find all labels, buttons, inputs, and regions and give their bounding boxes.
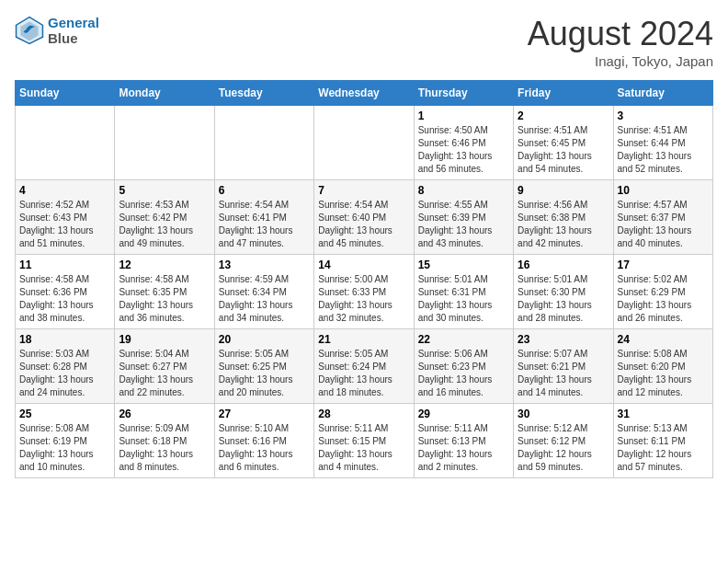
- weekday-header: Monday: [115, 81, 214, 106]
- day-number: 15: [418, 259, 509, 271]
- calendar-day-cell: 15Sunrise: 5:01 AM Sunset: 6:31 PM Dayli…: [414, 255, 513, 329]
- day-number: 18: [19, 333, 110, 346]
- day-number: 7: [318, 184, 409, 197]
- month-title: August 2024: [528, 15, 713, 53]
- day-info: Sunrise: 4:54 AM Sunset: 6:41 PM Dayligh…: [219, 199, 310, 250]
- day-number: 14: [318, 259, 409, 271]
- calendar-day-cell: [314, 106, 414, 180]
- day-info: Sunrise: 5:01 AM Sunset: 6:30 PM Dayligh…: [518, 273, 609, 325]
- calendar-day-cell: 12Sunrise: 4:58 AM Sunset: 6:35 PM Dayli…: [115, 255, 214, 329]
- day-info: Sunrise: 5:07 AM Sunset: 6:21 PM Dayligh…: [518, 348, 609, 399]
- day-number: 31: [618, 408, 709, 420]
- calendar-day-cell: 22Sunrise: 5:06 AM Sunset: 6:23 PM Dayli…: [414, 329, 513, 404]
- day-number: 23: [518, 333, 609, 346]
- day-number: 3: [618, 109, 709, 122]
- day-number: 24: [618, 333, 709, 346]
- calendar-day-cell: 10Sunrise: 4:57 AM Sunset: 6:37 PM Dayli…: [613, 180, 712, 255]
- day-number: 16: [518, 259, 609, 271]
- day-info: Sunrise: 5:00 AM Sunset: 6:33 PM Dayligh…: [318, 273, 409, 325]
- day-info: Sunrise: 5:06 AM Sunset: 6:23 PM Dayligh…: [418, 348, 509, 399]
- calendar-day-cell: 3Sunrise: 4:51 AM Sunset: 6:44 PM Daylig…: [613, 106, 712, 180]
- day-info: Sunrise: 5:04 AM Sunset: 6:27 PM Dayligh…: [119, 348, 210, 399]
- calendar-day-cell: [115, 106, 214, 180]
- title-block: August 2024 Inagi, Tokyo, Japan: [528, 15, 713, 69]
- day-info: Sunrise: 5:13 AM Sunset: 6:11 PM Dayligh…: [618, 422, 709, 474]
- calendar-day-cell: 2Sunrise: 4:51 AM Sunset: 6:45 PM Daylig…: [514, 106, 613, 180]
- calendar-day-cell: 24Sunrise: 5:08 AM Sunset: 6:20 PM Dayli…: [613, 329, 712, 404]
- day-number: 29: [418, 408, 509, 420]
- day-info: Sunrise: 4:51 AM Sunset: 6:44 PM Dayligh…: [618, 124, 709, 176]
- calendar-day-cell: 27Sunrise: 5:10 AM Sunset: 6:16 PM Dayli…: [214, 404, 313, 478]
- day-info: Sunrise: 5:11 AM Sunset: 6:15 PM Dayligh…: [318, 422, 409, 474]
- day-number: 22: [418, 333, 509, 346]
- calendar-day-cell: [16, 106, 115, 180]
- day-info: Sunrise: 4:51 AM Sunset: 6:45 PM Dayligh…: [518, 124, 609, 176]
- day-number: 6: [219, 184, 310, 197]
- calendar-day-cell: 9Sunrise: 4:56 AM Sunset: 6:38 PM Daylig…: [514, 180, 613, 255]
- location: Inagi, Tokyo, Japan: [528, 53, 713, 69]
- day-number: 4: [19, 184, 110, 197]
- day-number: 12: [119, 259, 210, 271]
- calendar-week-row: 25Sunrise: 5:08 AM Sunset: 6:19 PM Dayli…: [16, 404, 713, 478]
- calendar-table: SundayMondayTuesdayWednesdayThursdayFrid…: [15, 80, 713, 478]
- calendar-day-cell: 28Sunrise: 5:11 AM Sunset: 6:15 PM Dayli…: [314, 404, 414, 478]
- calendar-day-cell: 30Sunrise: 5:12 AM Sunset: 6:12 PM Dayli…: [514, 404, 613, 478]
- calendar-day-cell: 13Sunrise: 4:59 AM Sunset: 6:34 PM Dayli…: [214, 255, 313, 329]
- weekday-header: Friday: [514, 81, 613, 106]
- calendar-day-cell: 5Sunrise: 4:53 AM Sunset: 6:42 PM Daylig…: [115, 180, 214, 255]
- calendar-day-cell: 16Sunrise: 5:01 AM Sunset: 6:30 PM Dayli…: [514, 255, 613, 329]
- day-number: 26: [119, 408, 210, 420]
- calendar-week-row: 4Sunrise: 4:52 AM Sunset: 6:43 PM Daylig…: [16, 180, 713, 255]
- day-info: Sunrise: 4:59 AM Sunset: 6:34 PM Dayligh…: [219, 273, 310, 325]
- day-info: Sunrise: 5:10 AM Sunset: 6:16 PM Dayligh…: [219, 422, 310, 474]
- calendar-day-cell: 18Sunrise: 5:03 AM Sunset: 6:28 PM Dayli…: [16, 329, 115, 404]
- day-info: Sunrise: 4:55 AM Sunset: 6:39 PM Dayligh…: [418, 199, 509, 250]
- calendar-day-cell: 6Sunrise: 4:54 AM Sunset: 6:41 PM Daylig…: [214, 180, 313, 255]
- day-number: 5: [119, 184, 210, 197]
- day-info: Sunrise: 5:05 AM Sunset: 6:25 PM Dayligh…: [219, 348, 310, 399]
- day-info: Sunrise: 4:58 AM Sunset: 6:36 PM Dayligh…: [19, 273, 110, 325]
- calendar-day-cell: 7Sunrise: 4:54 AM Sunset: 6:40 PM Daylig…: [314, 180, 414, 255]
- calendar-day-cell: 26Sunrise: 5:09 AM Sunset: 6:18 PM Dayli…: [115, 404, 214, 478]
- calendar-day-cell: 29Sunrise: 5:11 AM Sunset: 6:13 PM Dayli…: [414, 404, 513, 478]
- weekday-header-row: SundayMondayTuesdayWednesdayThursdayFrid…: [16, 81, 713, 106]
- calendar-day-cell: 19Sunrise: 5:04 AM Sunset: 6:27 PM Dayli…: [115, 329, 214, 404]
- day-info: Sunrise: 5:11 AM Sunset: 6:13 PM Dayligh…: [418, 422, 509, 474]
- day-number: 20: [219, 333, 310, 346]
- day-number: 17: [618, 259, 709, 271]
- calendar-day-cell: 1Sunrise: 4:50 AM Sunset: 6:46 PM Daylig…: [414, 106, 513, 180]
- weekday-header: Tuesday: [214, 81, 313, 106]
- logo-icon: [15, 16, 44, 45]
- calendar-day-cell: 8Sunrise: 4:55 AM Sunset: 6:39 PM Daylig…: [414, 180, 513, 255]
- day-number: 2: [518, 109, 609, 122]
- day-number: 10: [618, 184, 709, 197]
- day-number: 28: [318, 408, 409, 420]
- day-number: 1: [418, 109, 509, 122]
- weekday-header: Sunday: [16, 81, 115, 106]
- calendar-day-cell: 4Sunrise: 4:52 AM Sunset: 6:43 PM Daylig…: [16, 180, 115, 255]
- day-info: Sunrise: 4:58 AM Sunset: 6:35 PM Dayligh…: [119, 273, 210, 325]
- day-info: Sunrise: 5:05 AM Sunset: 6:24 PM Dayligh…: [318, 348, 409, 399]
- calendar-day-cell: 31Sunrise: 5:13 AM Sunset: 6:11 PM Dayli…: [613, 404, 712, 478]
- calendar-day-cell: 11Sunrise: 4:58 AM Sunset: 6:36 PM Dayli…: [16, 255, 115, 329]
- day-info: Sunrise: 4:56 AM Sunset: 6:38 PM Dayligh…: [518, 199, 609, 250]
- day-number: 25: [19, 408, 110, 420]
- day-info: Sunrise: 4:53 AM Sunset: 6:42 PM Dayligh…: [119, 199, 210, 250]
- calendar-day-cell: 25Sunrise: 5:08 AM Sunset: 6:19 PM Dayli…: [16, 404, 115, 478]
- calendar-day-cell: 17Sunrise: 5:02 AM Sunset: 6:29 PM Dayli…: [613, 255, 712, 329]
- day-info: Sunrise: 5:01 AM Sunset: 6:31 PM Dayligh…: [418, 273, 509, 325]
- calendar-day-cell: 21Sunrise: 5:05 AM Sunset: 6:24 PM Dayli…: [314, 329, 414, 404]
- day-info: Sunrise: 4:52 AM Sunset: 6:43 PM Dayligh…: [19, 199, 110, 250]
- day-number: 30: [518, 408, 609, 420]
- day-info: Sunrise: 5:12 AM Sunset: 6:12 PM Dayligh…: [518, 422, 609, 474]
- day-number: 9: [518, 184, 609, 197]
- day-info: Sunrise: 5:08 AM Sunset: 6:20 PM Dayligh…: [618, 348, 709, 399]
- weekday-header: Saturday: [613, 81, 712, 106]
- day-number: 8: [418, 184, 509, 197]
- logo: General Blue: [15, 15, 99, 46]
- day-number: 21: [318, 333, 409, 346]
- weekday-header: Thursday: [414, 81, 513, 106]
- day-info: Sunrise: 5:09 AM Sunset: 6:18 PM Dayligh…: [119, 422, 210, 474]
- day-info: Sunrise: 4:57 AM Sunset: 6:37 PM Dayligh…: [618, 199, 709, 250]
- day-info: Sunrise: 5:02 AM Sunset: 6:29 PM Dayligh…: [618, 273, 709, 325]
